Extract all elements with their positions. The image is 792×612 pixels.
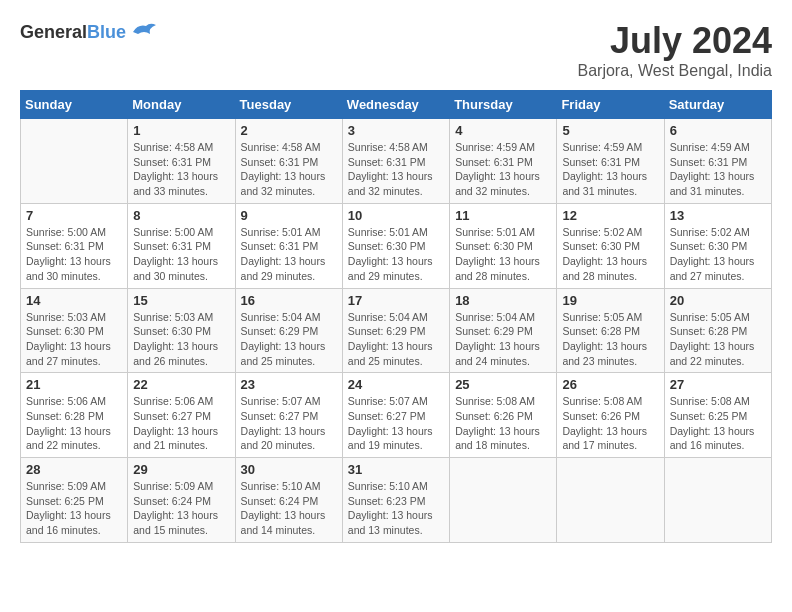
day-number: 7 (26, 208, 122, 223)
day-of-week-header: Sunday (21, 91, 128, 119)
page-header: GeneralBlue July 2024 Barjora, West Beng… (20, 20, 772, 80)
day-detail: Sunrise: 4:59 AM Sunset: 6:31 PM Dayligh… (670, 140, 766, 199)
calendar-cell (664, 458, 771, 543)
day-detail: Sunrise: 4:58 AM Sunset: 6:31 PM Dayligh… (241, 140, 337, 199)
calendar-cell: 3Sunrise: 4:58 AM Sunset: 6:31 PM Daylig… (342, 119, 449, 204)
calendar-cell: 13Sunrise: 5:02 AM Sunset: 6:30 PM Dayli… (664, 203, 771, 288)
calendar-cell: 18Sunrise: 5:04 AM Sunset: 6:29 PM Dayli… (450, 288, 557, 373)
calendar-cell: 17Sunrise: 5:04 AM Sunset: 6:29 PM Dayli… (342, 288, 449, 373)
logo-bird-icon (128, 20, 158, 44)
calendar-cell: 20Sunrise: 5:05 AM Sunset: 6:28 PM Dayli… (664, 288, 771, 373)
day-detail: Sunrise: 5:00 AM Sunset: 6:31 PM Dayligh… (26, 225, 122, 284)
calendar-cell: 31Sunrise: 5:10 AM Sunset: 6:23 PM Dayli… (342, 458, 449, 543)
day-number: 24 (348, 377, 444, 392)
calendar-cell: 16Sunrise: 5:04 AM Sunset: 6:29 PM Dayli… (235, 288, 342, 373)
day-number: 9 (241, 208, 337, 223)
calendar-cell: 24Sunrise: 5:07 AM Sunset: 6:27 PM Dayli… (342, 373, 449, 458)
day-detail: Sunrise: 5:05 AM Sunset: 6:28 PM Dayligh… (670, 310, 766, 369)
day-detail: Sunrise: 5:00 AM Sunset: 6:31 PM Dayligh… (133, 225, 229, 284)
day-number: 28 (26, 462, 122, 477)
day-detail: Sunrise: 5:02 AM Sunset: 6:30 PM Dayligh… (670, 225, 766, 284)
day-number: 1 (133, 123, 229, 138)
day-detail: Sunrise: 5:07 AM Sunset: 6:27 PM Dayligh… (241, 394, 337, 453)
calendar-cell: 26Sunrise: 5:08 AM Sunset: 6:26 PM Dayli… (557, 373, 664, 458)
calendar-cell: 21Sunrise: 5:06 AM Sunset: 6:28 PM Dayli… (21, 373, 128, 458)
calendar-week-row: 21Sunrise: 5:06 AM Sunset: 6:28 PM Dayli… (21, 373, 772, 458)
day-number: 10 (348, 208, 444, 223)
day-number: 18 (455, 293, 551, 308)
title-area: July 2024 Barjora, West Bengal, India (578, 20, 772, 80)
days-of-week-row: SundayMondayTuesdayWednesdayThursdayFrid… (21, 91, 772, 119)
calendar-week-row: 7Sunrise: 5:00 AM Sunset: 6:31 PM Daylig… (21, 203, 772, 288)
day-detail: Sunrise: 5:04 AM Sunset: 6:29 PM Dayligh… (241, 310, 337, 369)
calendar-cell: 4Sunrise: 4:59 AM Sunset: 6:31 PM Daylig… (450, 119, 557, 204)
day-of-week-header: Thursday (450, 91, 557, 119)
day-number: 19 (562, 293, 658, 308)
day-detail: Sunrise: 5:04 AM Sunset: 6:29 PM Dayligh… (455, 310, 551, 369)
calendar-header: SundayMondayTuesdayWednesdayThursdayFrid… (21, 91, 772, 119)
day-number: 22 (133, 377, 229, 392)
day-of-week-header: Saturday (664, 91, 771, 119)
day-detail: Sunrise: 5:10 AM Sunset: 6:24 PM Dayligh… (241, 479, 337, 538)
day-number: 25 (455, 377, 551, 392)
calendar-cell: 28Sunrise: 5:09 AM Sunset: 6:25 PM Dayli… (21, 458, 128, 543)
day-detail: Sunrise: 5:09 AM Sunset: 6:24 PM Dayligh… (133, 479, 229, 538)
day-number: 21 (26, 377, 122, 392)
day-of-week-header: Friday (557, 91, 664, 119)
day-detail: Sunrise: 5:01 AM Sunset: 6:30 PM Dayligh… (455, 225, 551, 284)
calendar-cell: 27Sunrise: 5:08 AM Sunset: 6:25 PM Dayli… (664, 373, 771, 458)
calendar-cell (557, 458, 664, 543)
day-number: 3 (348, 123, 444, 138)
day-number: 12 (562, 208, 658, 223)
day-of-week-header: Tuesday (235, 91, 342, 119)
calendar-week-row: 14Sunrise: 5:03 AM Sunset: 6:30 PM Dayli… (21, 288, 772, 373)
day-detail: Sunrise: 5:03 AM Sunset: 6:30 PM Dayligh… (26, 310, 122, 369)
day-detail: Sunrise: 5:04 AM Sunset: 6:29 PM Dayligh… (348, 310, 444, 369)
day-number: 13 (670, 208, 766, 223)
calendar-cell: 25Sunrise: 5:08 AM Sunset: 6:26 PM Dayli… (450, 373, 557, 458)
calendar-table: SundayMondayTuesdayWednesdayThursdayFrid… (20, 90, 772, 543)
day-number: 5 (562, 123, 658, 138)
day-detail: Sunrise: 5:06 AM Sunset: 6:28 PM Dayligh… (26, 394, 122, 453)
day-detail: Sunrise: 5:01 AM Sunset: 6:31 PM Dayligh… (241, 225, 337, 284)
calendar-cell: 8Sunrise: 5:00 AM Sunset: 6:31 PM Daylig… (128, 203, 235, 288)
day-number: 6 (670, 123, 766, 138)
day-detail: Sunrise: 5:02 AM Sunset: 6:30 PM Dayligh… (562, 225, 658, 284)
calendar-body: 1Sunrise: 4:58 AM Sunset: 6:31 PM Daylig… (21, 119, 772, 543)
day-number: 16 (241, 293, 337, 308)
day-detail: Sunrise: 5:10 AM Sunset: 6:23 PM Dayligh… (348, 479, 444, 538)
month-title: July 2024 (578, 20, 772, 62)
day-detail: Sunrise: 5:05 AM Sunset: 6:28 PM Dayligh… (562, 310, 658, 369)
calendar-cell: 10Sunrise: 5:01 AM Sunset: 6:30 PM Dayli… (342, 203, 449, 288)
day-number: 14 (26, 293, 122, 308)
day-number: 2 (241, 123, 337, 138)
day-detail: Sunrise: 5:03 AM Sunset: 6:30 PM Dayligh… (133, 310, 229, 369)
calendar-cell: 11Sunrise: 5:01 AM Sunset: 6:30 PM Dayli… (450, 203, 557, 288)
day-detail: Sunrise: 4:59 AM Sunset: 6:31 PM Dayligh… (562, 140, 658, 199)
day-detail: Sunrise: 4:58 AM Sunset: 6:31 PM Dayligh… (133, 140, 229, 199)
day-detail: Sunrise: 5:08 AM Sunset: 6:26 PM Dayligh… (455, 394, 551, 453)
day-detail: Sunrise: 4:59 AM Sunset: 6:31 PM Dayligh… (455, 140, 551, 199)
day-number: 11 (455, 208, 551, 223)
day-number: 15 (133, 293, 229, 308)
day-of-week-header: Wednesday (342, 91, 449, 119)
location-title: Barjora, West Bengal, India (578, 62, 772, 80)
calendar-cell: 1Sunrise: 4:58 AM Sunset: 6:31 PM Daylig… (128, 119, 235, 204)
day-number: 17 (348, 293, 444, 308)
day-number: 26 (562, 377, 658, 392)
calendar-cell: 7Sunrise: 5:00 AM Sunset: 6:31 PM Daylig… (21, 203, 128, 288)
day-detail: Sunrise: 5:09 AM Sunset: 6:25 PM Dayligh… (26, 479, 122, 538)
day-number: 4 (455, 123, 551, 138)
day-number: 27 (670, 377, 766, 392)
day-detail: Sunrise: 5:01 AM Sunset: 6:30 PM Dayligh… (348, 225, 444, 284)
calendar-cell: 22Sunrise: 5:06 AM Sunset: 6:27 PM Dayli… (128, 373, 235, 458)
calendar-cell: 6Sunrise: 4:59 AM Sunset: 6:31 PM Daylig… (664, 119, 771, 204)
day-detail: Sunrise: 5:08 AM Sunset: 6:26 PM Dayligh… (562, 394, 658, 453)
day-detail: Sunrise: 5:08 AM Sunset: 6:25 PM Dayligh… (670, 394, 766, 453)
day-detail: Sunrise: 5:06 AM Sunset: 6:27 PM Dayligh… (133, 394, 229, 453)
calendar-cell: 5Sunrise: 4:59 AM Sunset: 6:31 PM Daylig… (557, 119, 664, 204)
day-number: 20 (670, 293, 766, 308)
day-detail: Sunrise: 5:07 AM Sunset: 6:27 PM Dayligh… (348, 394, 444, 453)
calendar-cell: 9Sunrise: 5:01 AM Sunset: 6:31 PM Daylig… (235, 203, 342, 288)
day-number: 29 (133, 462, 229, 477)
